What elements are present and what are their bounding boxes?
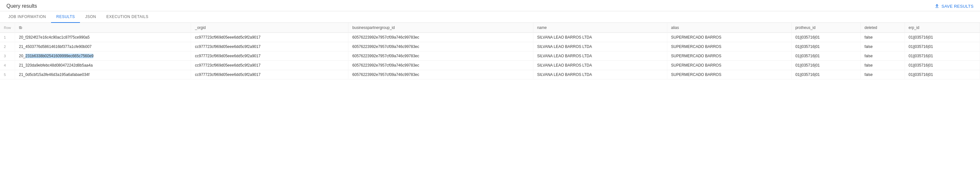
cell-protheus: 01||035716|01	[791, 33, 860, 42]
cell-name: SILVANA LEAO BARROS LTDA	[533, 42, 667, 51]
cell-alias: SUPERMERCADO BARROS	[667, 51, 791, 61]
header: Query results SAVE RESULTS JOB INFORMATI…	[0, 0, 980, 23]
col-header-erpid: erp_id	[905, 23, 980, 33]
tab-results[interactable]: RESULTS	[51, 11, 80, 23]
table-row: 320_231b6338b02541609999ec665c7560e9cc97…	[0, 51, 980, 61]
cell-erpid: 01||035716|01	[905, 33, 980, 42]
col-header-bpgid: businesspartnergroup_id	[348, 23, 533, 33]
table-row: 120_f2824f27e16c4c90ac1c87f75ce990a5cc97…	[0, 33, 980, 42]
table-body: 120_f2824f27e16c4c90ac1c87f75ce990a5cc97…	[0, 33, 980, 79]
cell-deleted: false	[861, 51, 905, 61]
results-table-container: Row tb _orgid businesspartnergroup_id na…	[0, 23, 980, 79]
cell-deleted: false	[861, 33, 905, 42]
cell-row-num: 3	[0, 51, 15, 61]
cell-bpgid: 60576223992e7957cf09a746c99783ec	[348, 61, 533, 70]
save-icon	[934, 3, 940, 9]
col-header-orgid: _orgid	[191, 23, 348, 33]
results-table: Row tb _orgid businesspartnergroup_id na…	[0, 23, 980, 79]
cell-protheus: 01||035716|01	[791, 70, 860, 79]
cell-orgid: cc977723cf969d05eee6dd5c9f2a9017	[191, 33, 348, 42]
cell-name: SILVANA LEAO BARROS LTDA	[533, 70, 667, 79]
cell-name: SILVANA LEAO BARROS LTDA	[533, 61, 667, 70]
cell-orgid: cc977723cf969d05eee6dd5c9f2a9017	[191, 51, 348, 61]
cell-orgid: cc977723cf969d05eee6dd5c9f2a9017	[191, 61, 348, 70]
cell-name: SILVANA LEAO BARROS LTDA	[533, 33, 667, 42]
cell-erpid: 01||035716|01	[905, 42, 980, 51]
cell-erpid: 01||035716|01	[905, 61, 980, 70]
cell-alias: SUPERMERCADO BARROS	[667, 33, 791, 42]
tab-job-information[interactable]: JOB INFORMATION	[3, 11, 51, 23]
save-results-button[interactable]: SAVE RESULTS	[934, 3, 974, 9]
cell-bpgid: 60576223992e7957cf09a746c99783ec	[348, 51, 533, 61]
col-header-alias: alias	[667, 23, 791, 33]
cell-tb: 20_f2824f27e16c4c90ac1c87f75ce990a5	[15, 33, 191, 42]
col-header-tb: tb	[15, 23, 191, 33]
cell-name: SILVANA LEAO BARROS LTDA	[533, 51, 667, 61]
cell-deleted: false	[861, 42, 905, 51]
cell-orgid: cc977723cf969d05eee6dd5c9f2a9017	[191, 42, 348, 51]
tb-highlight: 231b6338b02541609999ec665c7560e9	[25, 54, 94, 58]
col-header-name: name	[533, 23, 667, 33]
table-row: 421_320da9ebfebc48d080472242d8b5aa4acc97…	[0, 61, 980, 70]
table-row: 221_4503776d58614616bf377a1cfe90b007cc97…	[0, 42, 980, 51]
cell-protheus: 01||035716|01	[791, 61, 860, 70]
cell-bpgid: 60576223992e7957cf09a746c99783ec	[348, 33, 533, 42]
col-header-protheus: protheus_id	[791, 23, 860, 33]
cell-row-num: 1	[0, 33, 15, 42]
cell-protheus: 01||035716|01	[791, 42, 860, 51]
cell-row-num: 4	[0, 61, 15, 70]
cell-row-num: 5	[0, 70, 15, 79]
cell-tb: 20_231b6338b02541609999ec665c7560e9	[15, 51, 191, 61]
cell-bpgid: 60576223992e7957cf09a746c99783ec	[348, 70, 533, 79]
cell-deleted: false	[861, 61, 905, 70]
cell-erpid: 01||035716|01	[905, 70, 980, 79]
tab-json[interactable]: JSON	[80, 11, 101, 23]
cell-row-num: 2	[0, 42, 15, 51]
cell-alias: SUPERMERCADO BARROS	[667, 61, 791, 70]
cell-alias: SUPERMERCADO BARROS	[667, 70, 791, 79]
cell-bpgid: 60576223992e7957cf09a746c99783ec	[348, 42, 533, 51]
cell-tb: 21_4503776d58614616bf377a1cfe90b007	[15, 42, 191, 51]
col-header-deleted: deleted	[861, 23, 905, 33]
cell-deleted: false	[861, 70, 905, 79]
tabs-bar: JOB INFORMATION RESULTS JSON EXECUTION D…	[0, 11, 980, 23]
page-title: Query results	[6, 3, 37, 9]
cell-alias: SUPERMERCADO BARROS	[667, 42, 791, 51]
cell-tb: 21_0d5cbf15a3fe46d3a195a6afabae034f	[15, 70, 191, 79]
cell-erpid: 01||035716|01	[905, 51, 980, 61]
table-row: 521_0d5cbf15a3fe46d3a195a6afabae034fcc97…	[0, 70, 980, 79]
cell-orgid: cc977723cf969d05eee6dd5c9f2a9017	[191, 70, 348, 79]
col-header-row: Row	[0, 23, 15, 33]
cell-protheus: 01||035716|01	[791, 51, 860, 61]
table-header-row: Row tb _orgid businesspartnergroup_id na…	[0, 23, 980, 33]
cell-tb: 21_320da9ebfebc48d080472242d8b5aa4a	[15, 61, 191, 70]
tab-execution-details[interactable]: EXECUTION DETAILS	[101, 11, 153, 23]
save-results-label: SAVE RESULTS	[942, 4, 974, 9]
